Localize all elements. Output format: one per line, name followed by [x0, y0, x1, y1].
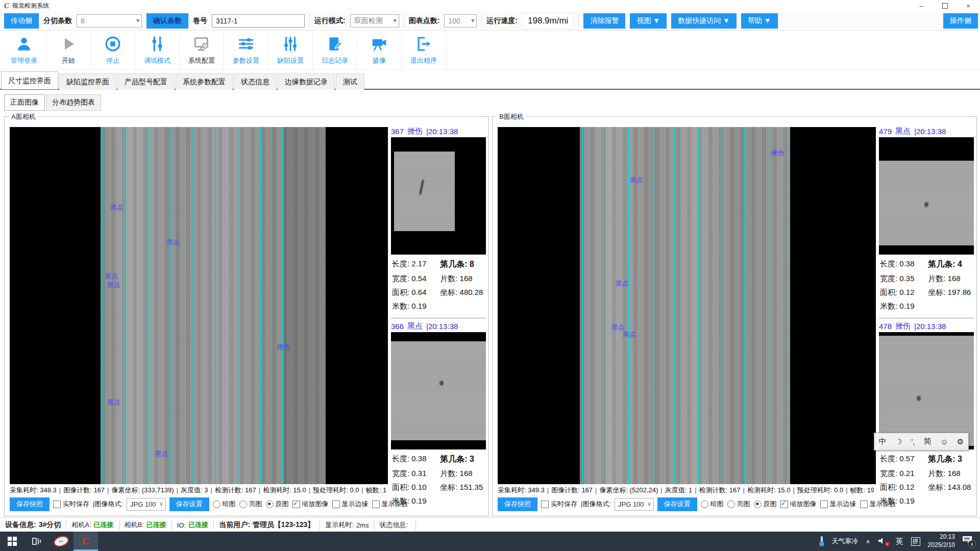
- radio-原图[interactable]: 原图: [266, 499, 289, 509]
- tray-chevron-icon[interactable]: ∧: [866, 538, 870, 545]
- defect-card[interactable]: 367 挫伤 |20:13:38 长度: 2.17第几条: 8宽度: 0.54片…: [391, 126, 486, 311]
- clock[interactable]: 20:13 2025/2/10: [928, 533, 955, 549]
- ime-simplified[interactable]: 简: [924, 437, 932, 446]
- checkbox-off[interactable]: [860, 500, 868, 508]
- realtime-save-checkbox[interactable]: 实时保存: [53, 499, 89, 509]
- vision-app-taskbar-icon[interactable]: C: [74, 532, 98, 551]
- checkbox-显示条数[interactable]: 显示条数: [860, 499, 896, 509]
- play-icon: [60, 35, 77, 55]
- defect-card[interactable]: 366 黑点 |20:13:38 长度: 0.38第几条: 3宽度: 0.31片…: [391, 318, 486, 506]
- snipping-tool-icon[interactable]: ✂: [49, 532, 74, 551]
- stat-检测耗时: 检测耗时: 15.0: [747, 486, 791, 494]
- slit-edge-line: [721, 127, 722, 484]
- radio-暗图[interactable]: 暗图: [701, 499, 724, 509]
- speaker-muted-icon[interactable]: ×: [878, 537, 888, 545]
- thermometer-icon[interactable]: [819, 536, 824, 546]
- log-record[interactable]: 日志记录: [313, 31, 357, 69]
- slit-edge-line: [605, 127, 606, 484]
- realtime-save-checkbox[interactable]: 实时保存: [541, 499, 577, 509]
- subtab-分布趋势图表[interactable]: 分布趋势图表: [46, 94, 101, 111]
- radio-暗图[interactable]: 暗图: [213, 499, 236, 509]
- radio-on[interactable]: [754, 500, 762, 508]
- radio-原图[interactable]: 原图: [754, 499, 777, 509]
- subtab-正面图像[interactable]: 正面图像: [4, 94, 45, 111]
- language-indicator[interactable]: 英: [896, 537, 903, 546]
- tab-状态信息[interactable]: 状态信息: [234, 73, 277, 90]
- checkbox-缩放图像[interactable]: 缩放图像: [292, 499, 329, 509]
- defect-card[interactable]: 479 黑点 |20:13:38 长度: 0.38第几条: 4宽度: 0.35片…: [879, 126, 974, 311]
- drive-side-button[interactable]: 传动侧: [4, 13, 39, 29]
- slit-count-select[interactable]: 8: [77, 14, 142, 28]
- clear-alarm-button[interactable]: 清除报警: [583, 13, 625, 29]
- radio-亮图[interactable]: 亮图: [239, 499, 262, 509]
- save-snapshot-button[interactable]: 保存快照: [10, 497, 50, 511]
- close-button[interactable]: ×: [957, 0, 980, 11]
- chart-points-select[interactable]: 100: [444, 14, 477, 28]
- checkbox-显示条数-label: 显示条数: [870, 499, 896, 509]
- checkbox-缩放图像[interactable]: 缩放图像: [780, 499, 817, 509]
- checkbox-off[interactable]: [820, 500, 828, 508]
- tab-尺寸监控界面[interactable]: 尺寸监控界面: [1, 71, 58, 89]
- checkbox-off[interactable]: [541, 500, 549, 508]
- image-format-select[interactable]: JPG 100: [127, 498, 166, 511]
- tab-测试[interactable]: 测试: [336, 73, 364, 90]
- start[interactable]: 开始: [46, 31, 91, 69]
- ime-emoji-icon[interactable]: ☺: [940, 437, 948, 446]
- run-mode-select[interactable]: 双面检测: [350, 14, 399, 28]
- tab-边缘数据记录[interactable]: 边缘数据记录: [278, 73, 335, 90]
- checkbox-off[interactable]: [372, 500, 380, 508]
- save-snapshot-button[interactable]: 保存快照: [498, 497, 537, 511]
- checkbox-off[interactable]: [332, 500, 340, 508]
- radio-off[interactable]: [213, 500, 220, 508]
- checkbox-on[interactable]: [292, 500, 300, 508]
- measure-长度: 长度: 0.57: [880, 454, 928, 465]
- checkbox-显示边缘[interactable]: 显示边缘: [820, 499, 856, 509]
- radio-off[interactable]: [239, 500, 247, 508]
- tab-系统参数配置[interactable]: 系统参数配置: [176, 73, 233, 90]
- radio-on[interactable]: [266, 500, 274, 508]
- ime-punctuation-icon[interactable]: ’,: [911, 437, 915, 446]
- radio-off[interactable]: [727, 500, 735, 508]
- view-menu-button[interactable]: 视图 ▼: [630, 13, 667, 29]
- measure-面积: 面积: 0.64: [392, 288, 440, 297]
- checkbox-显示边缘[interactable]: 显示边缘: [332, 499, 369, 509]
- debug-mode[interactable]: 调试模式: [135, 31, 180, 69]
- defect-card[interactable]: 478 挫伤 |20:13:38 长度: 0.57第几条: 3宽度: 0.21片…: [879, 318, 974, 506]
- tab-产品型号配置[interactable]: 产品型号配置: [117, 73, 175, 90]
- image-format-select[interactable]: JPG 100: [615, 498, 654, 511]
- stat-图像计数: 图像计数: 167: [551, 486, 593, 494]
- start-button[interactable]: [0, 532, 24, 551]
- checkbox-on[interactable]: [780, 500, 788, 508]
- mute-badge: ×: [885, 542, 890, 546]
- defect-mark: [924, 202, 928, 207]
- minimize-button[interactable]: –: [910, 0, 933, 11]
- data-quick-access-button[interactable]: 数据快捷访问 ▼: [671, 13, 737, 29]
- ime-settings-gear-icon[interactable]: ⚙: [957, 437, 964, 446]
- ime-indicator[interactable]: 拼: [911, 537, 920, 546]
- admin-login[interactable]: 管理登录: [2, 31, 46, 69]
- help-menu-button[interactable]: 帮助 ▼: [741, 13, 778, 29]
- checkbox-显示条数[interactable]: 显示条数: [372, 499, 408, 509]
- roll-number-input[interactable]: 3117-1: [212, 14, 305, 28]
- operator-side-button[interactable]: 操作侧: [943, 13, 978, 29]
- stat-separator: |: [846, 486, 847, 494]
- ime-fullwidth-moon-icon[interactable]: ☽: [895, 437, 902, 446]
- system-config[interactable]: 系统配置: [180, 31, 224, 69]
- tab-缺陷监控界面[interactable]: 缺陷监控界面: [59, 73, 116, 90]
- tray-date: 2025/2/10: [928, 541, 955, 549]
- save-settings-button[interactable]: 保存设置: [657, 497, 697, 511]
- restore-button[interactable]: [933, 0, 957, 11]
- exit-program[interactable]: 退出程序: [402, 31, 446, 69]
- capture[interactable]: 摄像: [357, 31, 402, 69]
- defect-settings[interactable]: 缺陷设置: [268, 31, 313, 69]
- param-settings[interactable]: 参数设置: [224, 31, 268, 69]
- task-view-icon[interactable]: [24, 532, 49, 551]
- radio-亮图[interactable]: 亮图: [727, 499, 750, 509]
- radio-off[interactable]: [701, 500, 708, 508]
- ime-mode-chinese[interactable]: 中: [879, 437, 887, 446]
- confirm-count-button[interactable]: 确认条数: [146, 13, 188, 29]
- save-settings-button[interactable]: 保存设置: [169, 497, 209, 511]
- notification-center-icon[interactable]: 6: [963, 536, 974, 546]
- checkbox-off[interactable]: [53, 500, 61, 508]
- stop[interactable]: 停止: [91, 31, 135, 69]
